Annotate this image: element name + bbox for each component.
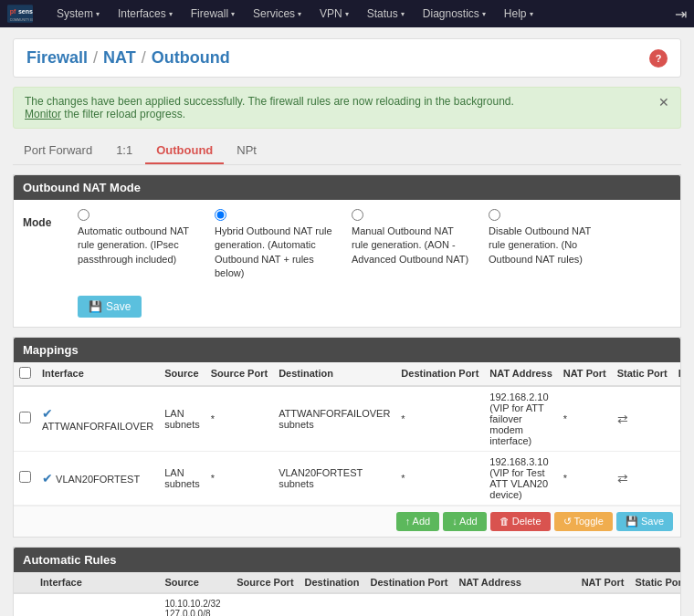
nav-extra-icon[interactable]: ⇥ [675,5,687,23]
save-button[interactable]: 💾 Save [78,296,142,318]
chevron-down-icon: ▾ [298,10,301,18]
breadcrumb-current: Outbound [152,48,230,68]
svg-text:pf: pf [10,8,16,16]
col-checkbox [14,362,37,386]
mode-row: Mode Automatic outbound NAT rule generat… [23,209,671,281]
mappings-table-wrapper: Interface Source Source Port Destination… [14,362,680,506]
mode-radio-hybrid[interactable] [215,209,226,221]
nav-vpn[interactable]: VPN ▾ [310,0,358,27]
alert-link[interactable]: Monitor [25,108,61,120]
auto-col-nat-port: NAT Port [576,572,630,593]
chevron-down-icon: ▾ [530,10,533,18]
breadcrumb-sep1: / [93,48,98,68]
mode-option-manual: Manual Outbound NAT rule generation. (AO… [352,209,470,281]
auto-col-interface: Interface [35,572,159,593]
mappings-table: Interface Source Source Port Destination… [14,362,680,506]
auto-rules-panel: Automatic Rules Interface Source Source … [13,547,681,616]
chevron-down-icon: ▾ [231,10,235,18]
add-down-button[interactable]: ↓ Add [443,512,487,531]
enabled-check: ✔ [42,406,53,421]
alert-close-icon[interactable]: ✕ [658,95,669,110]
mappings-section-header: Mappings [14,338,680,362]
top-navigation: pf sense COMMUNITY EDITION System ▾ Inte… [0,0,694,27]
mode-radio-manual[interactable] [352,209,363,221]
col-source-port: Source Port [205,362,273,386]
toggle-button[interactable]: ↺ Toggle [554,512,613,531]
nav-status[interactable]: Status ▾ [358,0,414,27]
help-icon[interactable]: ? [649,49,668,68]
auto-col-dest-port: Destination Port [364,572,453,593]
mode-desc-disable: Disable Outbound NAT rule generation. (N… [489,224,607,266]
mappings-toolbar: ↑ Add ↓ Add 🗑 Delete ↺ Toggle 💾 Save [14,506,680,537]
main-tabs: Port Forward 1:1 Outbound NPt [13,138,681,165]
col-nat-address: NAT Address [484,362,557,386]
alert-message: The changes have been applied successful… [25,95,514,120]
col-source: Source [159,362,205,386]
breadcrumb-firewall[interactable]: Firewall [26,48,88,68]
mode-section-header: Outbound NAT Mode [14,175,680,200]
nav-firewall[interactable]: Firewall ▾ [182,0,244,27]
col-interface: Interface [37,362,159,386]
table-row: ✔ ATTWANFORFAILOVER LAN subnets * ATTWAN… [14,386,680,452]
outbound-nat-mode-panel: Outbound NAT Mode Mode Automatic outboun… [13,174,681,328]
mode-desc-automatic: Automatic outbound NAT rule generation. … [78,224,196,266]
col-destination: Destination [273,362,395,386]
mode-desc-hybrid: Hybrid Outbound NAT rule generation. (Au… [215,224,333,281]
enabled-check: ✔ [42,471,53,485]
svg-text:COMMUNITY EDITION: COMMUNITY EDITION [10,18,33,22]
shuffle-icon: ⇄ [617,412,628,426]
tab-outbound[interactable]: Outbound [145,138,224,164]
nav-system[interactable]: System ▾ [47,0,109,27]
col-static-port: Static Port [612,362,673,386]
col-dest-port: Destination Port [395,362,484,386]
nav-right: ⇥ [675,5,687,23]
nav-interfaces[interactable]: Interfaces ▾ [109,0,182,27]
col-description: Description [673,362,680,386]
svg-text:sense: sense [18,8,33,15]
auto-rules-table: Interface Source Source Port Destination… [14,572,680,616]
trash-icon: 🗑 [499,516,510,527]
col-nat-port: NAT Port [558,362,612,386]
select-all-checkbox[interactable] [19,367,31,379]
chevron-down-icon: ▾ [96,10,100,18]
breadcrumb-bar: Firewall / NAT / Outbound ? [13,38,681,78]
row-checkbox[interactable] [19,471,31,483]
save-toolbar-button[interactable]: 💾 Save [616,512,673,531]
tab-npt[interactable]: NPt [226,138,268,164]
auto-rules-header: Automatic Rules [14,548,680,572]
delete-button[interactable]: 🗑 Delete [490,512,551,531]
mode-option-hybrid: Hybrid Outbound NAT rule generation. (Au… [215,209,333,281]
auto-rules-table-wrapper: Interface Source Source Port Destination… [14,572,680,616]
nav-diagnostics[interactable]: Diagnostics ▾ [414,0,495,27]
nav-items: System ▾ Interfaces ▾ Firewall ▾ Service… [47,0,675,27]
tab-1to1[interactable]: 1:1 [105,138,143,164]
toggle-icon: ↺ [563,516,572,527]
breadcrumb: Firewall / NAT / Outbound [26,48,230,68]
row-checkbox[interactable] [19,412,31,423]
save-icon: 💾 [89,300,102,313]
table-row: ✔ WAN 10.10.10.2/32 127.0.0.0/8 ::1/128 … [14,593,680,616]
auto-col-nat-address: NAT Address [453,572,575,593]
mappings-panel: Mappings Interface Source Source Port De… [13,337,681,538]
breadcrumb-sep2: / [142,48,146,68]
breadcrumb-nat[interactable]: NAT [103,48,136,68]
auto-col-source-port: Source Port [231,572,299,593]
mode-option-disable: Disable Outbound NAT rule generation. (N… [489,209,607,281]
mode-label: Mode [23,209,78,229]
logo: pf sense COMMUNITY EDITION [7,5,37,23]
auto-col-source: Source [159,572,231,593]
chevron-down-icon: ▾ [169,10,173,18]
auto-col-static-port: Static Port [630,572,680,593]
mode-desc-manual: Manual Outbound NAT rule generation. (AO… [352,224,470,266]
save-area: 💾 Save [14,290,680,327]
mode-radio-automatic[interactable] [78,209,89,221]
mode-option-automatic: Automatic outbound NAT rule generation. … [78,209,196,281]
tab-port-forward[interactable]: Port Forward [13,138,103,164]
save-toolbar-icon: 💾 [626,516,638,527]
nav-help[interactable]: Help ▾ [495,0,542,27]
auto-col-enabled [14,572,35,593]
add-up-button[interactable]: ↑ Add [396,512,440,531]
nav-services[interactable]: Services ▾ [244,0,310,27]
mode-radio-disable[interactable] [489,209,500,221]
shuffle-icon: ⇄ [617,471,628,485]
